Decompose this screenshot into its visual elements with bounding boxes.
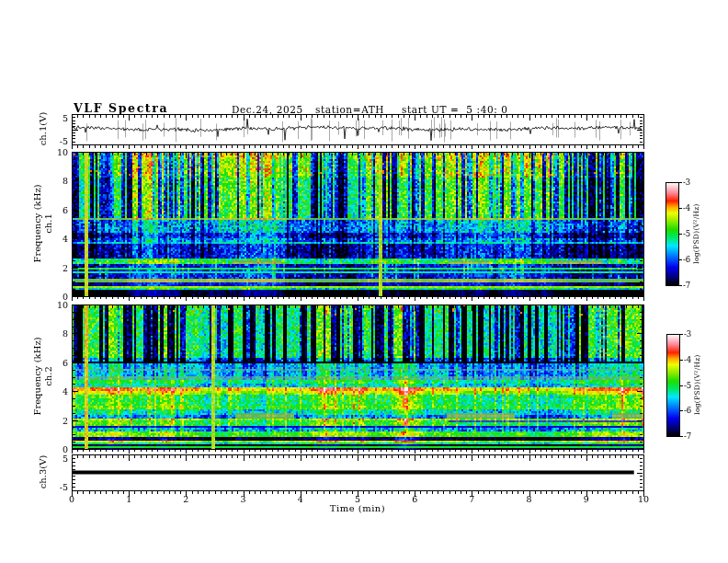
x-tick-label: 9: [575, 494, 597, 504]
x-tick-label: 2: [175, 494, 197, 504]
ch1-frequency-axis-label: Frequency (kHz): [32, 184, 42, 262]
x-tick-label: 0: [61, 494, 83, 504]
time-axis-label: Time (min): [330, 503, 385, 513]
y-tick-label-ch2_spec: 4: [40, 386, 68, 396]
y-tick-label-ch2_spec: 6: [40, 357, 68, 367]
ch2-channel-axis-label: ch.2: [43, 366, 53, 386]
y-tick-label-ch2_spec: 2: [40, 415, 68, 425]
x-tick-label: 7: [461, 494, 483, 504]
x-tick-label: 8: [518, 494, 540, 504]
y-tick-label-ch1_spec: 10: [40, 147, 68, 157]
figure-start-ut: start UT = 5 :40: 0: [402, 104, 508, 115]
figure-date: Dec.24, 2025: [232, 104, 303, 115]
axes-frames-and-ticks: [0, 0, 728, 563]
colorbar-tick-label: -3: [684, 329, 700, 339]
colorbar-tick-label: -6: [683, 255, 700, 264]
colorbar-tick-label: -5: [683, 229, 700, 238]
figure-title: VLF Spectra: [74, 101, 168, 115]
y-tick-label-ch1_spec: 8: [40, 176, 68, 186]
x-tick-label: 4: [290, 494, 312, 504]
ch2-frequency-axis-label: Frequency (kHz): [32, 337, 42, 415]
y-tick-label-ch2_spec: 8: [40, 328, 68, 339]
figure-station: station=ATH: [315, 104, 384, 115]
colorbar-tick-label: -6: [684, 406, 700, 415]
x-tick-label: 1: [118, 494, 140, 504]
y-tick-label-ch1_spec: 4: [40, 234, 68, 244]
colorbar-tick-label: -7: [683, 281, 700, 290]
y-tick-label-ch3_wave: 5: [40, 454, 68, 464]
colorbar-tick-label: -5: [684, 381, 700, 390]
x-tick-label: 10: [632, 494, 654, 504]
vlf-spectra-figure: VLF Spectra Dec.24, 2025 station=ATH sta…: [0, 0, 728, 563]
y-tick-label-ch1_wave: -5: [40, 136, 68, 146]
y-tick-label-ch1_spec: 2: [40, 262, 68, 272]
colorbar-tick-label: -4: [684, 355, 700, 364]
y-tick-label-ch3_wave: -5: [40, 482, 68, 492]
colorbar-tick-label: -4: [683, 203, 700, 213]
ch1-channel-axis-label: ch.1: [43, 213, 53, 234]
y-tick-label-ch1_spec: 6: [40, 204, 68, 214]
x-tick-label: 6: [404, 494, 426, 504]
x-tick-label: 5: [347, 494, 369, 504]
colorbar-tick-label: -7: [684, 431, 700, 441]
colorbar-tick-label: -3: [683, 178, 700, 187]
x-tick-label: 3: [233, 494, 255, 504]
y-tick-label-ch1_wave: 5: [40, 113, 68, 123]
y-tick-label-ch2_spec: 10: [40, 300, 68, 310]
